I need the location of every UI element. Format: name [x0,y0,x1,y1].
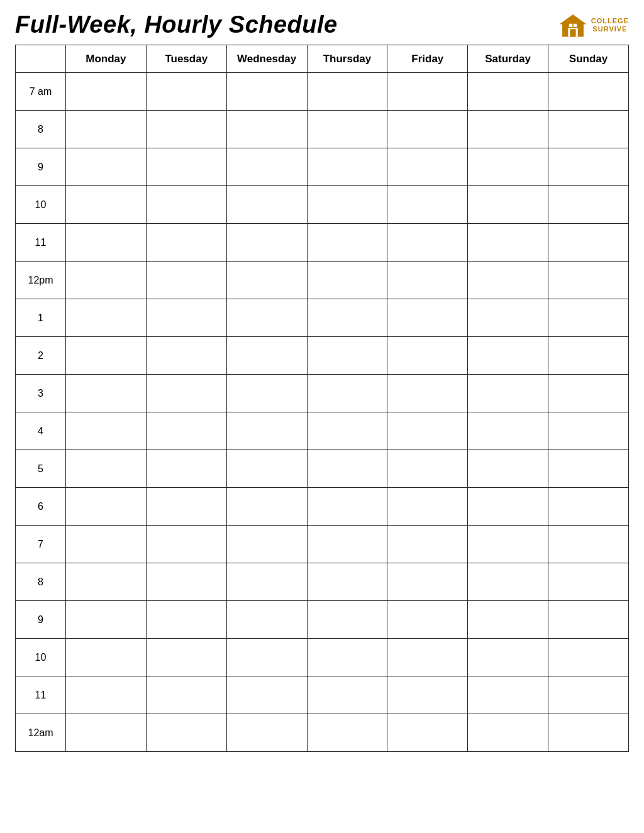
schedule-cell[interactable] [66,450,147,488]
schedule-cell[interactable] [468,299,548,337]
schedule-cell[interactable] [548,73,629,111]
schedule-cell[interactable] [307,676,387,714]
schedule-cell[interactable] [387,601,468,639]
schedule-cell[interactable] [146,337,226,375]
schedule-cell[interactable] [548,375,629,412]
schedule-cell[interactable] [468,563,548,601]
schedule-cell[interactable] [66,299,147,337]
schedule-cell[interactable] [66,375,147,412]
schedule-cell[interactable] [468,375,548,412]
schedule-cell[interactable] [226,526,307,563]
schedule-cell[interactable] [468,488,548,526]
schedule-cell[interactable] [66,111,147,148]
schedule-cell[interactable] [307,412,387,450]
schedule-cell[interactable] [548,337,629,375]
schedule-cell[interactable] [146,73,226,111]
schedule-cell[interactable] [146,299,226,337]
schedule-cell[interactable] [226,639,307,676]
schedule-cell[interactable] [548,450,629,488]
schedule-cell[interactable] [387,224,468,262]
schedule-cell[interactable] [468,148,548,186]
schedule-cell[interactable] [548,262,629,299]
schedule-cell[interactable] [66,601,147,639]
schedule-cell[interactable] [146,224,226,262]
schedule-cell[interactable] [66,563,147,601]
schedule-cell[interactable] [66,262,147,299]
schedule-cell[interactable] [226,148,307,186]
schedule-cell[interactable] [307,563,387,601]
schedule-cell[interactable] [307,526,387,563]
schedule-cell[interactable] [66,224,147,262]
schedule-cell[interactable] [226,186,307,224]
schedule-cell[interactable] [307,337,387,375]
schedule-cell[interactable] [548,526,629,563]
schedule-cell[interactable] [548,639,629,676]
schedule-cell[interactable] [146,526,226,563]
schedule-cell[interactable] [387,450,468,488]
schedule-cell[interactable] [226,262,307,299]
schedule-cell[interactable] [146,262,226,299]
schedule-cell[interactable] [548,412,629,450]
schedule-cell[interactable] [468,412,548,450]
schedule-cell[interactable] [468,73,548,111]
schedule-cell[interactable] [387,676,468,714]
schedule-cell[interactable] [66,639,147,676]
schedule-cell[interactable] [66,148,147,186]
schedule-cell[interactable] [548,148,629,186]
schedule-cell[interactable] [307,111,387,148]
schedule-cell[interactable] [387,337,468,375]
schedule-cell[interactable] [226,412,307,450]
schedule-cell[interactable] [146,450,226,488]
schedule-cell[interactable] [468,450,548,488]
schedule-cell[interactable] [548,563,629,601]
schedule-cell[interactable] [66,412,147,450]
schedule-cell[interactable] [387,73,468,111]
schedule-cell[interactable] [548,488,629,526]
schedule-cell[interactable] [548,111,629,148]
schedule-cell[interactable] [146,714,226,752]
schedule-cell[interactable] [66,676,147,714]
schedule-cell[interactable] [548,601,629,639]
schedule-cell[interactable] [387,639,468,676]
schedule-cell[interactable] [387,714,468,752]
schedule-cell[interactable] [387,526,468,563]
schedule-cell[interactable] [387,375,468,412]
schedule-cell[interactable] [66,526,147,563]
schedule-cell[interactable] [307,186,387,224]
schedule-cell[interactable] [468,224,548,262]
schedule-cell[interactable] [307,73,387,111]
schedule-cell[interactable] [548,676,629,714]
schedule-cell[interactable] [146,375,226,412]
schedule-cell[interactable] [468,262,548,299]
schedule-cell[interactable] [226,450,307,488]
schedule-cell[interactable] [548,224,629,262]
schedule-cell[interactable] [226,73,307,111]
schedule-cell[interactable] [307,450,387,488]
schedule-cell[interactable] [387,299,468,337]
schedule-cell[interactable] [307,224,387,262]
schedule-cell[interactable] [146,186,226,224]
schedule-cell[interactable] [387,262,468,299]
schedule-cell[interactable] [226,299,307,337]
schedule-cell[interactable] [146,412,226,450]
schedule-cell[interactable] [226,714,307,752]
schedule-cell[interactable] [66,186,147,224]
schedule-cell[interactable] [307,601,387,639]
schedule-cell[interactable] [66,488,147,526]
schedule-cell[interactable] [548,299,629,337]
schedule-cell[interactable] [468,639,548,676]
schedule-cell[interactable] [387,563,468,601]
schedule-cell[interactable] [468,714,548,752]
schedule-cell[interactable] [387,488,468,526]
schedule-cell[interactable] [146,111,226,148]
schedule-cell[interactable] [307,488,387,526]
schedule-cell[interactable] [307,262,387,299]
schedule-cell[interactable] [387,412,468,450]
schedule-cell[interactable] [226,375,307,412]
schedule-cell[interactable] [66,337,147,375]
schedule-cell[interactable] [226,601,307,639]
schedule-cell[interactable] [307,375,387,412]
schedule-cell[interactable] [387,186,468,224]
schedule-cell[interactable] [307,299,387,337]
schedule-cell[interactable] [307,148,387,186]
